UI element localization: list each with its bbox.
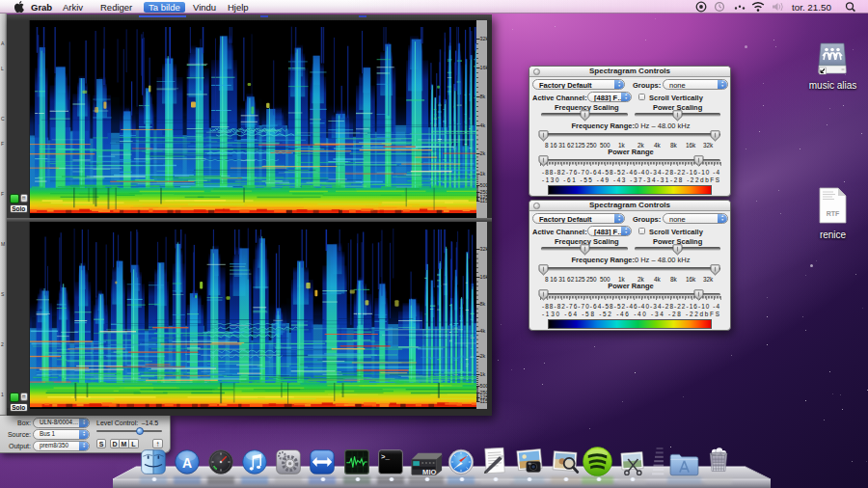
svg-text:8k: 8k xyxy=(480,301,486,307)
svg-text:-130 -61 -55 -49 -43 -37-34-31: -130 -61 -55 -49 -43 -37-34-31-28 -22dbF… xyxy=(542,176,719,182)
svg-text:115: 115 xyxy=(480,398,488,404)
svg-text:2k: 2k xyxy=(637,275,645,282)
svg-text:16k: 16k xyxy=(686,141,696,148)
svg-text:16k: 16k xyxy=(686,275,696,282)
svg-text:RTF: RTF xyxy=(827,210,840,217)
svg-text:1k: 1k xyxy=(618,141,626,148)
svg-text:125: 125 xyxy=(575,275,585,282)
svg-text:2k: 2k xyxy=(480,150,486,156)
svg-text:4k: 4k xyxy=(480,328,486,334)
svg-text:-130 -64 -58 -52 -46 -40 -34 -: -130 -64 -58 -52 -46 -40 -34 -28 -22dbFS xyxy=(542,310,719,316)
svg-text:500: 500 xyxy=(600,275,610,282)
svg-text:32k: 32k xyxy=(703,275,714,282)
svg-text:250: 250 xyxy=(586,141,597,148)
svg-text:500: 500 xyxy=(480,182,488,188)
svg-text:>_: >_ xyxy=(381,453,390,461)
svg-text:-88-82-76-70-64-58-52-46-40-34: -88-82-76-70-64-58-52-46-40-34-28-22-16-… xyxy=(542,302,719,309)
svg-text:500: 500 xyxy=(600,141,610,148)
svg-text:1k: 1k xyxy=(618,275,626,282)
svg-text:4k: 4k xyxy=(654,141,662,148)
svg-text:tor. 21.50: tor. 21.50 xyxy=(792,2,831,13)
svg-text:A: A xyxy=(182,455,192,471)
svg-text:8k: 8k xyxy=(670,275,678,282)
svg-text:8k: 8k xyxy=(480,94,486,99)
svg-text:1k: 1k xyxy=(480,371,486,377)
svg-text:250: 250 xyxy=(586,275,597,282)
svg-text:2k: 2k xyxy=(480,353,486,359)
svg-text:8 16 31 62: 8 16 31 62 xyxy=(545,141,575,148)
svg-text:500: 500 xyxy=(480,383,488,389)
svg-text:32k: 32k xyxy=(703,141,714,148)
svg-text:125: 125 xyxy=(575,141,585,148)
svg-text:32k: 32k xyxy=(480,36,488,41)
svg-text:16k: 16k xyxy=(480,65,488,70)
svg-text:-88-82-76-70-64-58-52-46-40-34: -88-82-76-70-64-58-52-46-40-34-28-22-16-… xyxy=(542,168,719,175)
svg-text:115: 115 xyxy=(480,198,488,203)
svg-text:1k: 1k xyxy=(480,171,486,176)
svg-text:4k: 4k xyxy=(654,275,662,282)
svg-text:MIO: MIO xyxy=(422,468,436,476)
svg-text:8 16 31 62: 8 16 31 62 xyxy=(545,275,575,282)
svg-text:8k: 8k xyxy=(670,141,678,148)
svg-text:32k: 32k xyxy=(480,246,488,252)
svg-text:4k: 4k xyxy=(480,122,486,128)
svg-text:2k: 2k xyxy=(637,141,645,148)
svg-text:16k: 16k xyxy=(480,274,488,280)
